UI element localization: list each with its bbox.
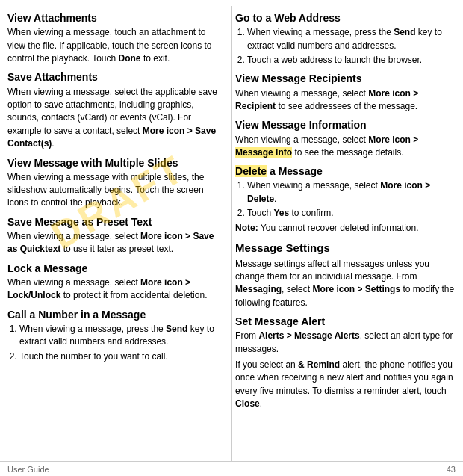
message-settings-body: Message settings affect all messages unl… [235,258,456,310]
footer-right: 43 [447,465,456,474]
call-number-steps: When viewing a message, press the Send k… [19,323,223,363]
view-attachments-body: When viewing a message, touch an attachm… [7,26,223,65]
go-to-web-step-2: Touch a web address to launch the browse… [247,54,456,67]
view-message-info-body: When viewing a message, select More icon… [235,134,456,160]
save-attachments-heading: Save Attachments [7,70,223,84]
left-column: View Attachments When viewing a message,… [7,6,232,461]
save-preset-text-body: When viewing a message, select More icon… [7,230,223,256]
lock-message-heading: Lock a Message [7,262,223,275]
go-to-web-heading: Go to a Web Address [235,11,456,25]
save-preset-text-heading: Save Message as Preset Text [7,215,223,229]
call-number-step-1: When viewing a message, press the Send k… [19,323,223,349]
delete-message-step-1: When viewing a message, select More icon… [247,179,456,205]
right-column: Go to a Web Address When viewing a messa… [232,6,456,461]
view-message-info-heading: View Message Information [235,118,456,132]
go-to-web-steps: When viewing a message, press the Send k… [247,26,456,67]
delete-message-heading: Delete a Message [235,164,456,178]
view-recipients-heading: View Message Recipients [235,72,456,85]
page-container: DRAFT View Attachments When viewing a me… [0,0,463,476]
view-recipients-body: When viewing a message, select More icon… [235,87,456,114]
set-message-alert-body2: If you select an & Remind alert, the pho… [235,359,456,411]
content-area: View Attachments When viewing a message,… [0,0,463,461]
lock-message-body: When viewing a message, select More icon… [7,276,223,303]
delete-message-step-2: Touch Yes to confirm. [247,207,456,220]
set-message-alert-heading: Set Message Alert [235,315,456,328]
footer-bar: User Guide 43 [0,461,463,476]
delete-message-steps: When viewing a message, select More icon… [247,179,456,220]
save-attachments-body: When viewing a message, select the appli… [7,86,223,151]
footer-left: User Guide [7,465,49,474]
view-multiple-slides-heading: View Message with Multiple Slides [7,156,223,170]
message-settings-heading: Message Settings [235,241,456,256]
call-number-step-2: Touch the number to you want to call. [19,350,223,363]
call-number-heading: Call a Number in a Message [7,308,223,321]
delete-message-note: Note: You cannot recover deleted informa… [235,222,456,235]
go-to-web-step-1: When viewing a message, press the Send k… [247,26,456,52]
set-message-alert-body1: From Alerts > Message Alerts, select an … [235,330,456,356]
view-multiple-slides-body: When viewing a message with multiple sli… [7,171,223,210]
view-attachments-heading: View Attachments [7,11,223,25]
